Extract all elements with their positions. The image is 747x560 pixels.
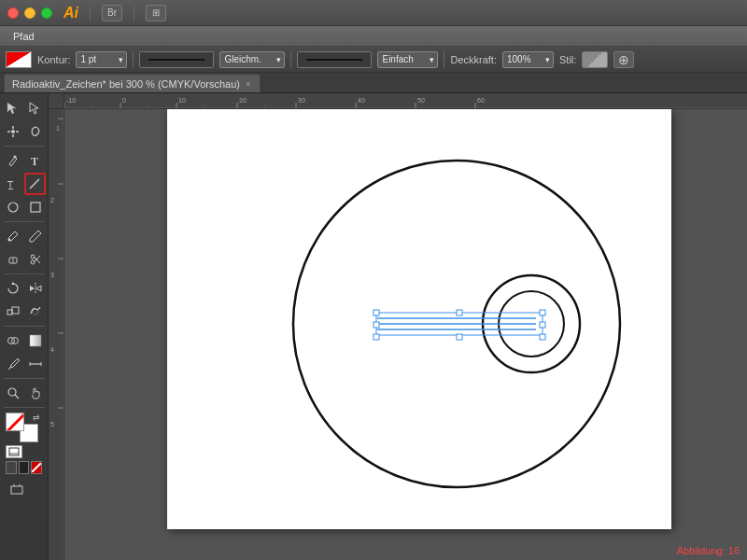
tool-sep-6 <box>4 407 45 408</box>
svg-point-24 <box>33 309 38 315</box>
tool-direct-selection[interactable] <box>24 97 46 119</box>
tool-magic-wand[interactable] <box>2 120 23 143</box>
tool-pencil[interactable] <box>24 225 46 247</box>
tool-rotate[interactable] <box>2 277 23 300</box>
tool-artboard-nav[interactable] <box>6 479 28 501</box>
ruler-vertical: 1 2 3 4 5 <box>49 109 64 560</box>
svg-rect-85 <box>540 334 545 340</box>
svg-marker-0 <box>7 103 16 114</box>
ruler-horizontal: -10 0 10 20 30 40 50 60 <box>64 93 747 109</box>
tool-type2[interactable]: T̲ <box>2 173 23 195</box>
close-button[interactable] <box>7 7 19 19</box>
tool-rect[interactable] <box>24 196 46 218</box>
tool-scale[interactable] <box>2 301 23 323</box>
minimize-button[interactable] <box>24 7 35 19</box>
svg-text:60: 60 <box>477 97 485 104</box>
tool-reflect[interactable] <box>24 277 46 300</box>
view-btn[interactable] <box>6 461 17 474</box>
svg-point-11 <box>8 203 18 212</box>
svg-text:20: 20 <box>239 97 247 104</box>
tool-hand[interactable] <box>24 382 46 404</box>
svg-point-6 <box>11 130 15 133</box>
svg-point-17 <box>31 260 35 264</box>
tab-title: Radioaktiv_Zeichen* bei 300 % (CMYK/Vors… <box>12 78 240 90</box>
screen-mode-btn[interactable] <box>6 445 22 458</box>
svg-marker-1 <box>30 103 38 114</box>
menu-pfad[interactable]: Pfad <box>6 29 42 44</box>
workspace: T T̲ <box>0 93 747 560</box>
svg-text:0: 0 <box>122 97 126 104</box>
tabbar: Radioaktiv_Zeichen* bei 300 % (CMYK/Vors… <box>0 73 747 93</box>
menubar: Pfad <box>0 26 747 47</box>
tool-row-7 <box>2 248 46 271</box>
svg-point-16 <box>31 255 35 259</box>
view-btn2[interactable] <box>19 461 30 474</box>
sep3 <box>444 51 444 68</box>
artboard-svg <box>167 109 671 529</box>
stroke-profile-dropdown[interactable]: Gleichm. <box>219 51 285 68</box>
sep2 <box>290 51 291 68</box>
svg-line-33 <box>15 395 19 399</box>
style-preview[interactable] <box>582 51 608 68</box>
tool-row-1 <box>2 97 46 119</box>
tool-lasso[interactable] <box>24 120 46 143</box>
tool-sep-4 <box>4 326 45 327</box>
svg-rect-81 <box>374 322 379 328</box>
tool-row-12 <box>2 382 46 404</box>
swap-colors-btn[interactable]: ⇄ <box>33 413 40 422</box>
svg-rect-84 <box>540 322 545 328</box>
tool-row-4: T̲ <box>2 173 46 195</box>
tool-eyedropper[interactable] <box>2 353 23 375</box>
foreground-swatch[interactable] <box>6 413 24 431</box>
stroke-weight-dropdown[interactable]: 1 pt <box>76 51 127 68</box>
opacity-dropdown[interactable]: 100% <box>502 51 554 68</box>
svg-line-10 <box>30 179 39 189</box>
tool-row-9 <box>2 301 46 323</box>
tool-ellipse[interactable] <box>2 196 23 218</box>
view-btn3[interactable] <box>31 461 42 474</box>
tool-view-row <box>2 459 46 476</box>
svg-marker-20 <box>11 282 15 285</box>
svg-point-13 <box>7 239 10 242</box>
tool-warp[interactable] <box>24 301 46 323</box>
tab-close-btn[interactable]: × <box>246 79 250 89</box>
below-rulers: 1 2 3 4 5 <box>49 109 747 560</box>
stroke-color-box[interactable] <box>6 51 32 68</box>
tool-paintbrush[interactable] <box>2 225 23 247</box>
tools-panel: T T̲ <box>0 93 49 560</box>
tool-line[interactable] <box>24 173 46 195</box>
tool-gradient[interactable] <box>24 329 46 352</box>
svg-line-28 <box>8 368 10 370</box>
svg-rect-23 <box>12 307 19 314</box>
svg-text:10: 10 <box>178 97 186 104</box>
stroke-end-dropdown[interactable]: Einfach <box>377 51 438 68</box>
tool-measure[interactable] <box>24 353 46 375</box>
tool-row-10 <box>2 329 46 352</box>
svg-rect-12 <box>31 203 40 212</box>
arrange-icon[interactable]: ⊞ <box>146 5 166 21</box>
tool-selection[interactable] <box>2 97 23 119</box>
tool-screen-row <box>2 445 46 458</box>
separator2 <box>134 6 134 21</box>
tool-shapebuilder[interactable] <box>2 329 23 352</box>
svg-line-34 <box>7 413 24 431</box>
opacity-label: Deckkraft: <box>450 54 497 65</box>
maximize-button[interactable] <box>41 7 52 19</box>
document-tab[interactable]: Radioaktiv_Zeichen* bei 300 % (CMYK/Vors… <box>4 74 261 92</box>
svg-text:5: 5 <box>50 421 54 427</box>
canvas-area[interactable]: Abbildung: 16 <box>64 109 747 560</box>
tool-row-11 <box>2 353 46 375</box>
svg-text:2: 2 <box>50 197 54 203</box>
tool-zoom[interactable] <box>2 382 23 404</box>
stroke-style-preview <box>139 51 214 68</box>
tool-scissors[interactable] <box>24 248 46 271</box>
tool-eraser[interactable] <box>2 248 23 271</box>
svg-text:4: 4 <box>50 346 54 353</box>
style-options-btn[interactable]: ⊕ <box>613 51 634 68</box>
svg-text:-10: -10 <box>66 97 76 104</box>
tool-pen[interactable] <box>2 149 23 172</box>
svg-rect-27 <box>30 335 41 346</box>
br-icon[interactable]: Br <box>102 5 122 21</box>
tool-type[interactable]: T <box>24 149 46 172</box>
stil-label: Stil: <box>559 54 576 65</box>
